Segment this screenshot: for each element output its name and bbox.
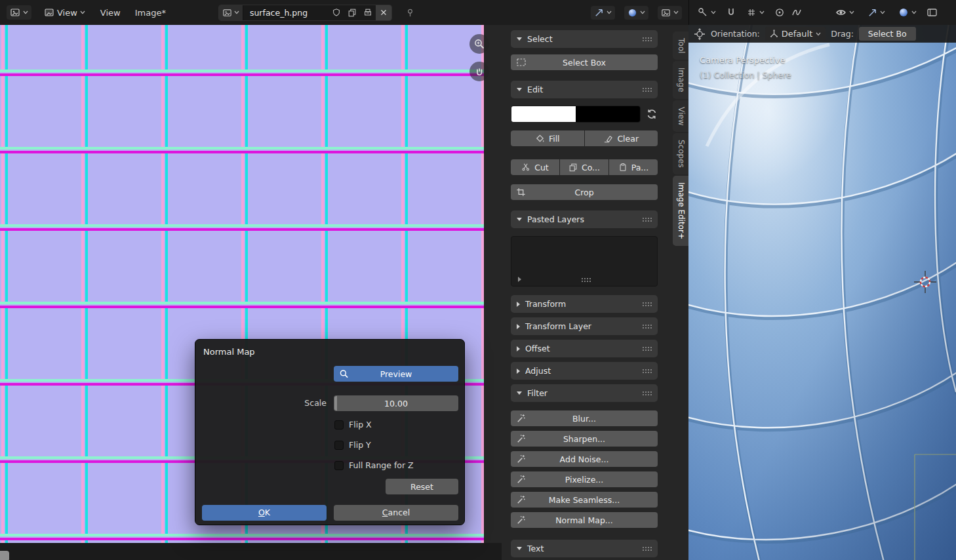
eraser-icon [603, 134, 613, 144]
panel-grip-icon[interactable] [642, 324, 652, 329]
select-box-button[interactable]: Select Box [511, 54, 658, 70]
panel-header-pasted-layers[interactable]: Pasted Layers [511, 210, 658, 228]
tab-image-editor-plus[interactable]: Image Editor+ [673, 176, 688, 246]
cut-button[interactable]: Cut [511, 159, 559, 175]
pasted-layers-footer [518, 277, 650, 282]
pan-gizmo-button[interactable] [469, 62, 489, 81]
panel-header-filter[interactable]: Filter [511, 384, 658, 402]
scale-slider[interactable]: 10.00 [334, 395, 458, 411]
ok-label: OK [202, 505, 327, 521]
pixelize-button[interactable]: Pixelize... [511, 471, 658, 487]
copy-button[interactable]: Co... [560, 159, 608, 175]
mode-dropdown[interactable]: View [41, 5, 89, 20]
new-image-button[interactable] [344, 5, 360, 20]
flip-x-checkbox[interactable] [334, 420, 344, 430]
menu-image[interactable]: Image* [132, 7, 169, 19]
ok-button[interactable]: OK [202, 505, 327, 521]
gizmo-arrow-dropdown[interactable] [864, 6, 888, 20]
panel-grip-icon[interactable] [642, 369, 652, 373]
zoom-gizmo-button[interactable] [469, 34, 489, 54]
flip-y-checkbox[interactable] [334, 441, 344, 450]
snap-grid-icon [746, 7, 757, 18]
paste-button[interactable]: Pa... [609, 159, 658, 175]
menu-view[interactable]: View [98, 7, 123, 19]
panel-grip-icon[interactable] [642, 391, 652, 395]
panel-grip-icon[interactable] [642, 87, 652, 92]
panel-grip-icon[interactable] [642, 37, 652, 41]
editor-type-button[interactable] [7, 5, 31, 20]
blur-button[interactable]: Blur... [511, 410, 658, 426]
clear-label: Clear [617, 134, 639, 144]
area-corner-widget[interactable] [0, 551, 9, 560]
falloff-curve-icon[interactable] [791, 7, 802, 18]
panel-grip-icon[interactable] [642, 546, 652, 551]
drag-select-box-button[interactable]: Select Bo [859, 27, 916, 41]
magic-wand-icon [516, 495, 526, 505]
fill-button[interactable]: Fill [511, 130, 584, 146]
sharpen-button[interactable]: Sharpen... [511, 431, 658, 447]
transform-gizmo-icon[interactable] [694, 28, 706, 40]
crop-button[interactable]: Crop [511, 184, 658, 200]
copy-pages-icon [348, 8, 357, 17]
reset-button[interactable]: Reset [386, 479, 458, 494]
display-channels-dropdown[interactable] [624, 6, 648, 20]
panel-header-adjust[interactable]: Adjust [511, 362, 658, 380]
cancel-label: Cancel [334, 505, 458, 521]
preview-button[interactable]: Preview [334, 366, 458, 382]
proportional-editing-dropdown[interactable] [694, 5, 719, 20]
magnifier-icon [339, 369, 349, 379]
fake-user-shield-button[interactable] [329, 5, 344, 20]
image-icon [661, 8, 671, 18]
pasted-layers-list[interactable] [511, 236, 658, 287]
image-settings-dropdown[interactable] [658, 6, 682, 20]
clear-button[interactable]: Clear [585, 130, 658, 146]
flip-y-row: Flip Y [334, 440, 371, 450]
cursor-arrow-dropdown[interactable] [591, 6, 615, 20]
panel-header-text[interactable]: Text [511, 540, 658, 557]
full-range-checkbox[interactable] [334, 461, 344, 470]
crop-icon [516, 188, 526, 197]
normal-map-button[interactable]: Normal Map... [511, 512, 658, 528]
full-range-row: Full Range for Z [334, 460, 414, 470]
proportional-circle-icon[interactable] [774, 7, 785, 18]
secondary-color-swatch[interactable] [576, 106, 640, 122]
tab-image[interactable]: Image [673, 61, 688, 99]
pin-button[interactable] [405, 8, 415, 18]
image-datablock: surface_h.png [218, 5, 392, 21]
tab-view[interactable]: View [673, 100, 688, 132]
shading-sphere-dropdown[interactable] [895, 5, 920, 20]
primary-color-swatch[interactable] [511, 106, 576, 122]
cancel-button[interactable]: Cancel [334, 505, 458, 521]
shading-options-icon[interactable] [926, 7, 938, 18]
add-noise-button[interactable]: Add Noise... [511, 451, 658, 467]
panel-grip-icon[interactable] [642, 302, 652, 306]
3d-viewport[interactable]: Orientation: Default Drag: Select Bo Cam… [688, 25, 956, 560]
image-name-field[interactable]: surface_h.png [243, 8, 329, 18]
expand-triangle-icon[interactable] [518, 277, 521, 282]
tab-tool[interactable]: Tool [673, 31, 688, 60]
list-grip-icon[interactable] [581, 277, 591, 282]
orientation-dropdown[interactable]: Default [765, 27, 826, 41]
snap-magnet-icon[interactable] [726, 7, 736, 18]
pack-image-button[interactable] [360, 5, 376, 20]
panel-header-select[interactable]: Select [511, 30, 658, 48]
unlink-button[interactable] [376, 5, 391, 20]
tab-scopes[interactable]: Scopes [673, 133, 688, 174]
reset-label: Reset [410, 482, 433, 492]
mode-dropdown-label: View [57, 8, 77, 18]
magic-wand-icon [516, 454, 526, 464]
overlays-eye-dropdown[interactable] [832, 5, 858, 20]
viewport-header [688, 0, 956, 25]
snap-target-dropdown[interactable] [743, 5, 768, 20]
panel-grip-icon[interactable] [642, 217, 652, 222]
panel-header-transform[interactable]: Transform [511, 295, 658, 313]
panel-header-edit[interactable]: Edit [511, 81, 658, 98]
panel-grip-icon[interactable] [642, 346, 652, 351]
panel-header-transform-layer[interactable]: Transform Layer [511, 317, 658, 335]
swap-colors-icon[interactable] [646, 108, 658, 120]
orientation-value: Default [782, 29, 813, 39]
panel-header-offset[interactable]: Offset [511, 340, 658, 357]
chevron-down-icon [849, 10, 854, 14]
make-seamless-button[interactable]: Make Seamless... [511, 492, 658, 508]
browse-image-button[interactable] [219, 5, 243, 20]
